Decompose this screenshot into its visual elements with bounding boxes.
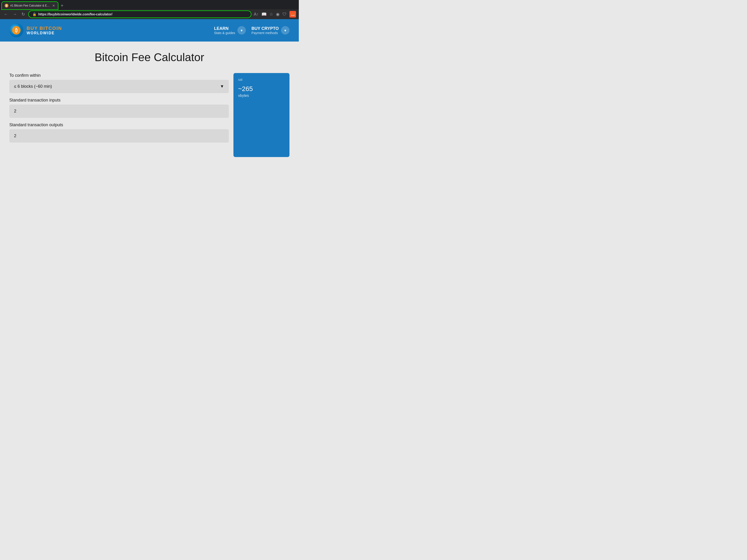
logo-line2: WORLDWIDE [27,31,62,35]
buy-crypto-nav-sub: Payment methods [251,31,278,35]
logo-area[interactable]: ₿ BUY BITCOIN WORLDWIDE [9,23,62,37]
brave-icon[interactable]: 🦊 [289,11,296,18]
inputs-value: 2 [14,109,16,113]
buy-crypto-nav-text: BUY CRYPTO Payment methods [251,26,279,35]
learn-nav-item[interactable]: LEARN Stats & guides ▾ [214,26,246,35]
outputs-field: Standard transaction outputs 2 [9,123,229,142]
address-text: https://buybitcoinworldwide.com/fee-calc… [38,12,112,16]
vbytes-unit: vbytes [238,94,249,98]
inputs-field: Standard transaction inputs 2 [9,98,229,118]
confirm-select[interactable]: ≤ 6 blocks (~60 min) ▼ [9,80,229,93]
browser-icons: A↑ 📖 ☆ ◉ 🛡 🦊 [254,11,296,18]
confirm-field: To confirm within ≤ 6 blocks (~60 min) ▼ [9,73,229,93]
main-content: Bitcoin Fee Calculator To confirm within… [0,42,299,182]
tab-close-button[interactable]: ✕ [52,4,55,7]
inputs-label: Standard transaction inputs [9,98,229,103]
outputs-input[interactable]: 2 [9,129,229,142]
lock-icon: 🔒 [32,12,36,16]
buy-crypto-nav-main: BUY CRYPTO [251,26,279,31]
vbytes-value: ~265 [238,85,253,92]
site-header: ₿ BUY BITCOIN WORLDWIDE LEARN Stats & gu… [0,19,299,42]
buy-crypto-dropdown-button[interactable]: ▾ [281,26,289,34]
tab-bar: ₿ #1 Bitcoin Fee Calculator & Estin ✕ + [0,2,299,9]
inputs-input[interactable]: 2 [9,105,229,118]
outputs-label: Standard transaction outputs [9,123,229,127]
tab-favicon: ₿ [5,4,8,7]
vbytes-result-row: ~265 vbytes [238,85,285,98]
logo-line1: BUY BITCOIN [27,26,62,31]
result-panel: sat ~265 vbytes [233,73,289,157]
new-tab-button[interactable]: + [59,2,66,9]
shield-icon[interactable]: 🛡 [282,12,287,17]
confirm-select-value: ≤ 6 blocks (~60 min) [14,84,52,89]
font-icon[interactable]: A↑ [254,12,259,17]
nav-items: LEARN Stats & guides ▾ BUY CRYPTO Paymen… [214,26,289,35]
buy-crypto-nav-item[interactable]: BUY CRYPTO Payment methods ▾ [251,26,289,35]
reload-button[interactable]: ↻ [21,11,26,18]
address-bar-row: ← → ↻ 🔒 https://buybitcoinworldwide.com/… [0,9,299,19]
forward-button[interactable]: → [12,11,18,18]
learn-nav-main: LEARN [214,26,229,31]
bookmark-icon[interactable]: ☆ [269,12,273,17]
logo-globe: ₿ [9,23,23,37]
logo-btc-symbol: ₿ [12,26,21,34]
browser-chrome: ₿ #1 Bitcoin Fee Calculator & Estin ✕ + … [0,0,299,19]
logo-text: BUY BITCOIN WORLDWIDE [27,26,62,35]
learn-dropdown-button[interactable]: ▾ [237,26,246,34]
sat-result-row: sat [238,78,285,81]
form-left: To confirm within ≤ 6 blocks (~60 min) ▼… [9,73,229,157]
confirm-select-arrow: ▼ [220,84,224,89]
confirm-label: To confirm within [9,73,229,78]
learn-nav-sub: Stats & guides [214,31,235,35]
outputs-value: 2 [14,133,16,138]
learn-nav-text: LEARN Stats & guides [214,26,235,35]
sat-label: sat [238,78,242,81]
back-button[interactable]: ← [3,11,9,18]
form-layout: To confirm within ≤ 6 blocks (~60 min) ▼… [9,73,289,157]
profile-icon[interactable]: ◉ [276,12,280,17]
address-bar[interactable]: 🔒 https://buybitcoinworldwide.com/fee-ca… [29,11,251,18]
active-tab[interactable]: ₿ #1 Bitcoin Fee Calculator & Estin ✕ [2,2,58,9]
tab-title: #1 Bitcoin Fee Calculator & Estin [10,4,50,7]
reader-icon[interactable]: 📖 [261,12,266,17]
page-title: Bitcoin Fee Calculator [9,51,289,64]
